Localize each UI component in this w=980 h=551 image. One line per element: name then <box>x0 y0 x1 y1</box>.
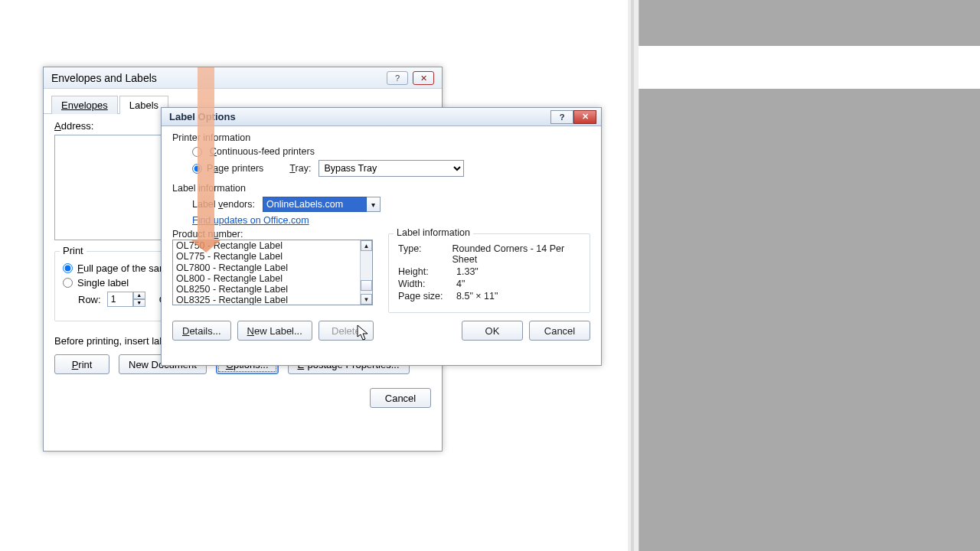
details-button[interactable]: Details... <box>172 321 231 341</box>
cancel-button[interactable]: Cancel <box>370 388 431 408</box>
list-item[interactable]: OL8325 - Rectangle Label <box>173 295 360 305</box>
list-item[interactable]: OL8250 - Rectangle Label <box>173 284 360 295</box>
label-info-header: Label information <box>172 183 590 194</box>
help-button[interactable]: ? <box>387 71 408 85</box>
list-item[interactable]: OL800 - Rectangle Label <box>173 273 360 284</box>
row-up[interactable]: ▲ <box>133 292 145 299</box>
label-options-dialog: Label Options ? ✕ Printer information Co… <box>161 107 602 366</box>
annotation-arrow <box>198 67 214 242</box>
printer-info-label: Printer information <box>172 132 590 143</box>
scroll-thumb[interactable] <box>361 280 372 291</box>
cursor-icon <box>357 324 371 341</box>
label-info-group: Label information Type:Rounded Corners -… <box>388 233 590 313</box>
radio-continuous-feed[interactable]: Continuous-feed printers <box>172 146 590 157</box>
tab-envelopes[interactable]: Envelopes <box>51 96 118 114</box>
new-label-button[interactable]: New Label... <box>237 321 312 341</box>
background-side-panel <box>628 0 980 551</box>
print-legend: Print <box>60 245 87 256</box>
ok-button[interactable]: OK <box>462 321 523 341</box>
print-button[interactable]: Print <box>54 354 109 374</box>
label-info-legend: Label information <box>394 227 473 238</box>
row-down[interactable]: ▼ <box>133 299 145 307</box>
list-item[interactable]: OL7800 - Rectangle Label <box>173 262 360 273</box>
tray-label: Tray: <box>289 163 311 174</box>
bg-white-strip <box>639 46 980 89</box>
scroll-down-icon[interactable]: ▼ <box>361 294 372 305</box>
close-button[interactable]: ✕ <box>573 110 596 124</box>
dialog-titlebar: Envelopes and Labels ? ✕ <box>44 67 442 89</box>
cancel-button[interactable]: Cancel <box>529 321 590 341</box>
scroll-up-icon[interactable]: ▲ <box>361 240 372 251</box>
close-button[interactable]: ✕ <box>413 71 434 85</box>
row-spinner[interactable]: ▲▼ <box>107 292 145 307</box>
list-item[interactable]: OL775 - Rectangle Label <box>173 251 360 262</box>
dialog-title: Envelopes and Labels <box>51 67 157 89</box>
options-titlebar: Label Options ? ✕ <box>162 108 601 126</box>
help-button[interactable]: ? <box>550 110 573 124</box>
scrollbar[interactable]: ▲ ▼ <box>360 240 372 305</box>
tray-select[interactable]: Bypass Tray <box>318 160 464 177</box>
vendor-select[interactable]: OnlineLabels.com ▾ <box>263 197 381 212</box>
chevron-down-icon[interactable]: ▾ <box>367 197 381 212</box>
row-label: Row: <box>78 294 101 305</box>
